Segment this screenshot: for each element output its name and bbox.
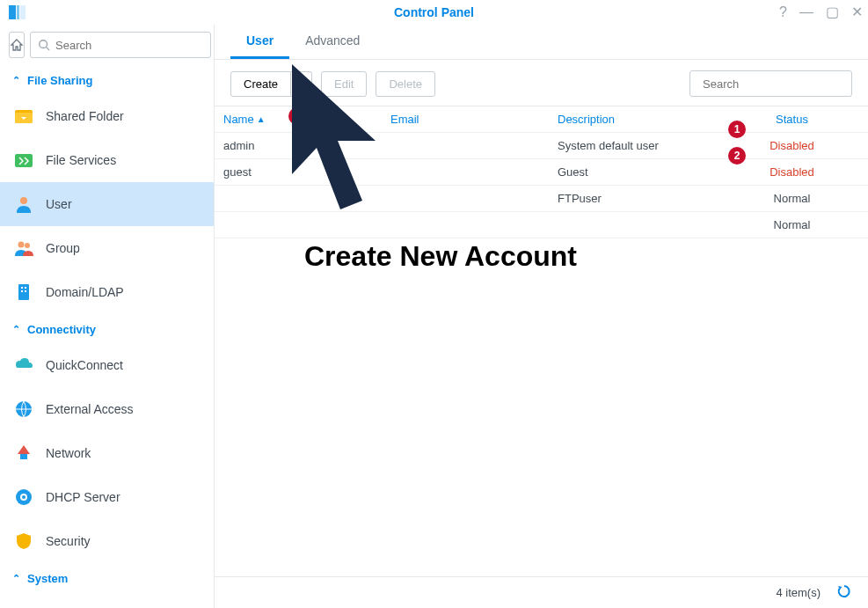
- svg-rect-11: [18, 284, 29, 300]
- col-email[interactable]: Email: [382, 113, 549, 126]
- sidebar-item-label: User: [46, 197, 72, 211]
- security-icon: [12, 530, 35, 553]
- svg-rect-15: [25, 290, 26, 292]
- sidebar-item-label: Domain/LDAP: [46, 285, 124, 299]
- footer: 4 item(s): [215, 576, 868, 608]
- search-icon: [38, 39, 50, 51]
- svg-rect-1: [17, 5, 19, 19]
- window-title: Control Panel: [394, 5, 474, 19]
- section-system[interactable]: ⌃ System: [0, 563, 214, 592]
- sidebar-item-label: External Access: [46, 402, 134, 416]
- sidebar-item-file-services[interactable]: File Services: [0, 138, 214, 182]
- chevron-up-icon: ⌃: [12, 75, 20, 86]
- svg-rect-7: [15, 154, 33, 167]
- tab-bar: UserAdvanced: [215, 25, 868, 60]
- user-icon: [12, 193, 35, 216]
- chevron-up-icon: ⌃: [12, 324, 20, 335]
- dhcp-icon: [12, 486, 35, 509]
- svg-rect-17: [20, 454, 27, 459]
- sidebar-item-label: DHCP Server: [46, 490, 120, 504]
- cell-status: Normal: [716, 218, 868, 231]
- sidebar-search-input[interactable]: [55, 39, 203, 52]
- sidebar-item-external-access[interactable]: External Access: [0, 387, 214, 431]
- sidebar-item-dhcp-server[interactable]: DHCP Server: [0, 475, 214, 519]
- app-icon: [0, 0, 35, 25]
- svg-point-10: [25, 243, 30, 248]
- group-icon: [12, 237, 35, 260]
- cell-status: Disabled: [716, 165, 868, 179]
- svg-point-20: [22, 495, 26, 499]
- sidebar-item-label: Network: [46, 446, 91, 460]
- sidebar-item-label: Shared Folder: [46, 109, 124, 123]
- sidebar-item-security[interactable]: Security: [0, 519, 214, 563]
- svg-rect-14: [21, 290, 23, 292]
- home-icon: [10, 38, 24, 52]
- delete-button[interactable]: Delete: [376, 71, 435, 97]
- svg-point-3: [40, 40, 47, 48]
- external-access-icon: [12, 398, 35, 421]
- cursor-arrow-annotation: [266, 60, 380, 227]
- annotation-overlay-text: Create New Account: [304, 240, 577, 273]
- tab-user[interactable]: User: [230, 25, 289, 59]
- chevron-up-icon: ⌃: [12, 573, 20, 584]
- svg-point-8: [20, 197, 27, 204]
- help-icon[interactable]: ?: [779, 5, 787, 19]
- item-count: 4 item(s): [776, 586, 821, 599]
- maximize-icon[interactable]: ▢: [826, 5, 839, 19]
- svg-line-4: [47, 48, 50, 51]
- sidebar-item-label: Security: [46, 534, 91, 548]
- sidebar-item-user[interactable]: User: [0, 182, 214, 226]
- quickconnect-icon: [12, 354, 35, 377]
- tab-advanced[interactable]: Advanced: [289, 25, 376, 59]
- sidebar-item-shared-folder[interactable]: Shared Folder: [0, 94, 214, 138]
- sidebar-item-label: QuickConnect: [46, 358, 123, 372]
- home-button[interactable]: [9, 32, 25, 58]
- filter-input[interactable]: [703, 77, 850, 91]
- filter-search[interactable]: [689, 70, 852, 97]
- section-connectivity[interactable]: ⌃ Connectivity: [0, 314, 214, 343]
- sort-asc-icon: ▲: [257, 114, 266, 124]
- refresh-button[interactable]: [836, 583, 852, 602]
- network-icon: [12, 442, 35, 465]
- sidebar: ⌃ File Sharing Shared FolderFile Service…: [0, 25, 215, 608]
- file-services-icon: [12, 149, 35, 172]
- sidebar-item-domain-ldap[interactable]: Domain/LDAP: [0, 270, 214, 314]
- section-file-sharing[interactable]: ⌃ File Sharing: [0, 65, 214, 94]
- sidebar-item-label: Group: [46, 241, 80, 255]
- domain-ldap-icon: [12, 281, 35, 304]
- svg-point-9: [18, 242, 25, 248]
- cell-status: Disabled: [716, 139, 868, 152]
- cell-status: Normal: [716, 192, 868, 205]
- shared-folder-icon: [12, 105, 35, 128]
- sidebar-search[interactable]: [30, 32, 211, 58]
- cell-description: Guest: [549, 165, 716, 179]
- svg-rect-12: [21, 287, 23, 289]
- col-status[interactable]: Status: [716, 113, 868, 126]
- minimize-icon[interactable]: —: [799, 5, 813, 19]
- close-icon[interactable]: ✕: [851, 5, 863, 19]
- svg-rect-0: [9, 5, 16, 19]
- sidebar-item-label: File Services: [46, 153, 116, 167]
- cell-description: System default user: [549, 139, 716, 152]
- col-description[interactable]: Description: [549, 113, 716, 126]
- sidebar-item-group[interactable]: Group: [0, 226, 214, 270]
- sidebar-item-network[interactable]: Network: [0, 431, 214, 475]
- svg-rect-2: [20, 5, 26, 19]
- svg-rect-13: [25, 287, 26, 289]
- cell-description: FTPuser: [549, 192, 716, 205]
- titlebar: Control Panel ? — ▢ ✕: [0, 0, 868, 25]
- sidebar-item-quickconnect[interactable]: QuickConnect: [0, 343, 214, 387]
